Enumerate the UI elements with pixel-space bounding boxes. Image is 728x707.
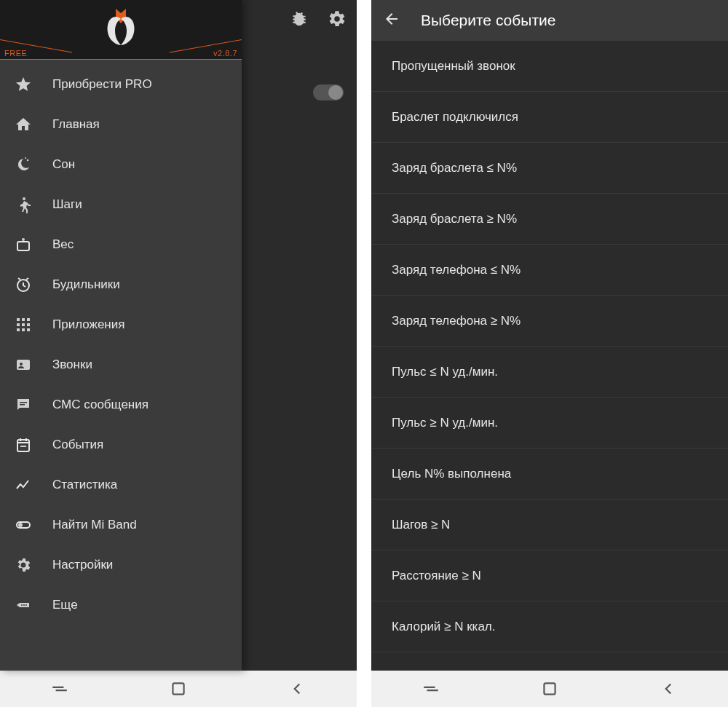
recent-apps-button[interactable] — [377, 679, 484, 698]
event-item[interactable]: Шагов ≥ N — [371, 499, 728, 550]
gear-icon[interactable] — [328, 9, 347, 31]
sidebar-item-gear[interactable]: Настройки — [0, 545, 242, 585]
toggle-icon — [15, 516, 32, 534]
moon-icon — [15, 156, 32, 173]
event-item[interactable]: Пропущенный звонок — [371, 41, 728, 92]
sidebar-item-home[interactable]: Главная — [0, 104, 242, 144]
sidebar-item-scale[interactable]: Вес — [0, 224, 242, 264]
sidebar-item-label: Шаги — [52, 197, 82, 212]
svg-point-22 — [18, 523, 23, 527]
version-label: v2.8.7 — [213, 49, 237, 58]
sidebar-item-label: Приобрести PRO — [52, 77, 152, 92]
sidebar-item-chart[interactable]: Статистика — [0, 465, 242, 505]
sidebar-item-event[interactable]: События — [0, 424, 242, 465]
svg-point-4 — [22, 238, 25, 241]
event-label: Заряд телефона ≤ N% — [392, 263, 521, 277]
sidebar-item-label: Настройки — [52, 558, 113, 572]
svg-point-23 — [21, 604, 23, 606]
system-navbar — [371, 671, 728, 707]
sidebar-item-label: Звонки — [52, 358, 92, 372]
sidebar-item-label: Найти Mi Band — [52, 518, 137, 532]
svg-rect-12 — [17, 328, 20, 331]
menu-list: Приобрести PROГлавнаяСонШагиВесБудильник… — [0, 60, 242, 671]
svg-rect-10 — [22, 323, 25, 326]
svg-point-24 — [23, 604, 25, 606]
sidebar-item-apps[interactable]: Приложения — [0, 304, 242, 344]
sidebar-item-label: Вес — [52, 237, 74, 252]
scale-icon — [15, 236, 32, 253]
event-label: Цель N% выполнена — [392, 467, 511, 481]
bug-icon[interactable] — [290, 9, 309, 31]
toolbar: Выберите событие — [371, 0, 728, 41]
event-item[interactable]: Заряд браслета ≥ N% — [371, 194, 728, 245]
nav-drawer: FREE v2.8.7 Приобрести PROГлавнаяСонШаги… — [0, 0, 242, 671]
event-item[interactable]: Браслет подключился — [371, 92, 728, 143]
sidebar-item-toggle[interactable]: Найти Mi Band — [0, 505, 242, 545]
sidebar-item-label: Главная — [52, 117, 100, 132]
home-button[interactable] — [124, 679, 232, 698]
home-icon — [15, 116, 32, 133]
chart-icon — [15, 476, 32, 494]
svg-rect-6 — [17, 318, 20, 321]
event-item[interactable]: Заряд телефона ≤ N% — [371, 245, 728, 296]
event-item[interactable]: Заряд браслета ≤ N% — [371, 143, 728, 194]
svg-rect-11 — [27, 323, 30, 326]
svg-rect-17 — [20, 402, 27, 403]
toggle-switch[interactable] — [313, 84, 344, 100]
system-navbar — [0, 671, 357, 707]
more-icon — [15, 596, 32, 614]
walk-icon — [15, 196, 32, 213]
sms-icon — [15, 396, 32, 414]
event-label: Пульс ≤ N уд./мин. — [392, 365, 498, 379]
sidebar-item-moon[interactable]: Сон — [0, 144, 242, 184]
sidebar-item-walk[interactable]: Шаги — [0, 184, 242, 224]
event-item[interactable]: Пульс ≥ N уд./мин. — [371, 398, 728, 449]
svg-rect-27 — [544, 683, 555, 694]
recent-apps-button[interactable] — [6, 679, 113, 698]
sidebar-item-label: Статистика — [52, 478, 117, 492]
event-item[interactable]: Заряд телефона ≥ N% — [371, 296, 728, 347]
event-item[interactable]: Цель N% выполнена — [371, 449, 728, 499]
gear-icon — [15, 556, 32, 574]
sidebar-item-label: Еще — [52, 598, 78, 612]
event-label: Браслет подключился — [392, 110, 518, 125]
event-label: Пульс ≥ N уд./мин. — [392, 416, 498, 430]
svg-point-1 — [25, 157, 26, 159]
apps-icon — [15, 316, 32, 333]
event-label: Калорий ≥ N ккал. — [392, 620, 496, 634]
sidebar-item-alarm[interactable]: Будильники — [0, 264, 242, 304]
sidebar-item-label: Приложения — [52, 317, 124, 332]
event-item[interactable]: Пульс ≤ N уд./мин. — [371, 347, 728, 398]
sidebar-item-sms[interactable]: СМС сообщения — [0, 384, 242, 424]
free-badge: FREE — [4, 49, 27, 58]
sidebar-item-more[interactable]: Еще — [0, 585, 242, 625]
back-icon[interactable] — [383, 10, 400, 31]
back-button[interactable] — [615, 679, 722, 698]
home-button[interactable] — [496, 679, 603, 698]
contact-icon — [15, 356, 32, 374]
svg-rect-14 — [27, 328, 30, 331]
back-button[interactable] — [244, 679, 351, 698]
sidebar-item-label: Сон — [52, 157, 75, 172]
sidebar-item-contact[interactable]: Звонки — [0, 344, 242, 384]
svg-rect-26 — [173, 683, 183, 694]
event-label: Расстояние ≥ N — [392, 569, 481, 583]
alarm-icon — [15, 276, 32, 293]
event-label: Заряд браслета ≥ N% — [392, 212, 517, 226]
svg-point-0 — [27, 159, 29, 161]
page-title: Выберите событие — [421, 12, 555, 29]
svg-rect-20 — [20, 446, 26, 447]
sidebar-item-star[interactable]: Приобрести PRO — [0, 64, 242, 104]
right-screenshot: Выберите событие Пропущенный звонокБрасл… — [371, 0, 728, 707]
svg-rect-8 — [27, 318, 30, 321]
svg-rect-18 — [20, 404, 25, 406]
event-icon — [15, 436, 32, 454]
event-item[interactable]: Расстояние ≥ N — [371, 550, 728, 601]
sidebar-item-label: Будильники — [52, 277, 120, 292]
app-logo — [102, 9, 140, 47]
event-label: Шагов ≥ N — [392, 518, 450, 532]
event-label: Заряд браслета ≤ N% — [392, 161, 517, 175]
svg-rect-9 — [17, 323, 20, 326]
event-item[interactable]: Калорий ≥ N ккал. — [371, 601, 728, 652]
svg-rect-7 — [22, 318, 25, 321]
